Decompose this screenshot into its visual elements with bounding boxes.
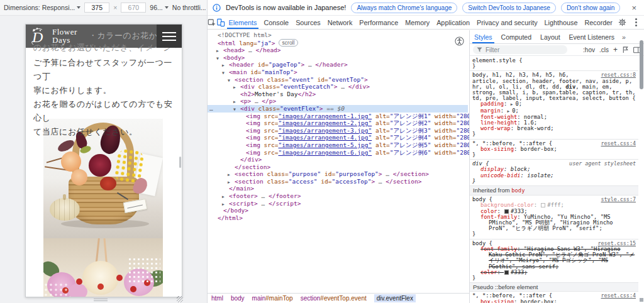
node-link[interactable]: body (511, 187, 525, 194)
breadcrumb-item[interactable]: body (231, 295, 245, 302)
tree-row[interactable]: ▼<body> (208, 54, 468, 62)
stylesheet-link[interactable]: user agent stylesheet (569, 161, 636, 167)
throttling-dropdown[interactable]: No throttli... (172, 4, 212, 11)
styles-scrollbar[interactable] (640, 40, 643, 89)
tree-row[interactable]: ▼<main id="mainTop"> (208, 69, 468, 76)
breadcrumb-item[interactable]: div.eventFlex (374, 294, 416, 302)
styles-filter-input[interactable]: Filter (473, 45, 567, 54)
hamburger-menu-icon[interactable] (157, 25, 182, 48)
tab-console[interactable]: Console (260, 16, 292, 29)
tab-memory[interactable]: Memory (402, 16, 433, 29)
tab-lighthouse[interactable]: Lighthouse (541, 16, 581, 29)
tree-row[interactable]: </main> (208, 185, 468, 192)
tree-row[interactable]: ▶<section class="access" id="accessTop">… (208, 178, 468, 185)
tab-elements[interactable]: Elements (225, 16, 260, 29)
styles-tab-event-listeners[interactable]: Event Listeners (565, 30, 619, 43)
tree-row[interactable]: <img src="images/arrangement-6.jpg" alt=… (208, 149, 468, 157)
css-property[interactable]: box-sizing: border-box; (472, 146, 636, 152)
css-property[interactable]: color: #333; (472, 270, 636, 275)
tree-row[interactable]: ▼<section class="event" id="eventTop"> (208, 76, 468, 84)
toggle-element-state-button[interactable]: :hov (583, 47, 595, 53)
scroll-badge[interactable]: scroll (279, 39, 299, 47)
kebab-menu-icon[interactable] (630, 21, 642, 23)
viewport-width-input[interactable] (84, 3, 109, 13)
color-swatch (541, 203, 545, 207)
zoom-dropdown[interactable]: 96... (150, 4, 168, 11)
device-viewport[interactable]: ・カラーのお花からメイ のお花をお選びいただき、イメージ・ D Flower D… (25, 24, 182, 297)
css-property[interactable]: unicode-bidi: isolate; (472, 173, 636, 179)
css-rule[interactable]: user agent stylesheetdiv {display: block… (470, 160, 638, 186)
filter-icon (477, 47, 482, 53)
css-property[interactable]: word-wrap: break-word; (472, 126, 636, 131)
tree-row[interactable]: ▶<script> … </script> (208, 200, 468, 207)
styles-tab-layout[interactable]: Layout (536, 30, 565, 43)
accessibility-tree-icon[interactable] (455, 36, 464, 46)
new-style-rule-button[interactable]: + (613, 47, 618, 53)
infobar-message: DevTools is now available in Japanese! (226, 4, 346, 11)
css-property[interactable]: font-family: "Hiragino Sans W3", "Hiragi… (472, 246, 636, 270)
css-rule[interactable]: reset.css:4*, *::before, *::after {box-s… (470, 292, 638, 303)
tree-row[interactable]: <img src="images/arrangement-4.jpg" alt=… (208, 134, 468, 141)
zoom-value: 96... (150, 4, 162, 11)
tree-row[interactable]: ▶<section class="purpose" id="purposeTop… (208, 170, 468, 178)
styles-tab-computed[interactable]: Computed (497, 30, 536, 43)
tree-row[interactable]: <html lang="ja">scroll (208, 39, 468, 47)
tree-row[interactable]: <img src="images/arrangement-1.jpg" alt=… (208, 113, 468, 120)
site-logo[interactable]: D Flower Days (30, 26, 77, 45)
css-property[interactable]: font-family: YuMincho, "Yu Mincho", "MS … (472, 214, 636, 232)
css-rule[interactable]: reset.css:4*, *::before, *::after {box-s… (470, 140, 638, 160)
tree-row[interactable]: </html> (208, 214, 468, 222)
infobar-button[interactable]: Don't show again (561, 3, 620, 13)
css-rule[interactable]: element.style {} (470, 57, 638, 71)
inspect-element-icon[interactable] (208, 16, 216, 29)
viewport-height-input[interactable] (121, 3, 146, 13)
tab-sources[interactable]: Sources (292, 16, 325, 29)
styles-section-header: Inherited from body (470, 186, 638, 196)
tree-row[interactable]: ▶<head> … </head> (208, 47, 468, 54)
css-property[interactable]: box-sizing: border-box; (472, 299, 636, 303)
tab-privacy-and-security[interactable]: Privacy and security (474, 16, 541, 29)
tab-performance[interactable]: Performance (356, 16, 402, 29)
gear-icon[interactable] (616, 18, 628, 26)
more-tabs-icon[interactable]: » (619, 30, 629, 43)
stylesheet-link[interactable]: reset.css:4 (601, 293, 636, 299)
tree-row[interactable]: <!DOCTYPE html> (208, 31, 468, 39)
tree-row[interactable]: </body> (208, 207, 468, 214)
device-toolbar-toggle-icon[interactable] (216, 16, 225, 29)
stylesheet-link[interactable]: style.css:7 (601, 197, 636, 202)
tree-row[interactable]: ▶<header id="pageTop"> … </header> (208, 61, 468, 69)
tab-network[interactable]: Network (324, 16, 356, 29)
tree-row[interactable]: <img src="images/arrangement-3.jpg" alt=… (208, 127, 468, 135)
tab-application[interactable]: Application (433, 16, 474, 29)
stylesheet-link[interactable]: reset.css:4 (601, 141, 636, 146)
css-property[interactable]: background-color: #fff; (472, 202, 636, 208)
css-rule[interactable]: reset.css:15body {font-family: "Hiragino… (470, 240, 638, 283)
tree-row-selected[interactable]: …▼<div class="eventFlex"> == $0 (208, 105, 468, 113)
infobar-button[interactable]: Always match Chrome's language (351, 3, 457, 13)
tree-row[interactable]: <h2>Mother's Day</h2> (208, 91, 468, 98)
tree-row[interactable]: <img src="images/arrangement-5.jpg" alt=… (208, 141, 468, 149)
elements-panel: <!DOCTYPE html><html lang="ja">scroll▶<h… (208, 30, 469, 303)
tree-row[interactable]: ▶<p> … </p> (208, 97, 468, 105)
infobar-close-icon[interactable]: × (629, 3, 639, 13)
breadcrumb-item[interactable]: section#eventTop.event (301, 295, 367, 302)
styles-tab-styles[interactable]: Styles (470, 30, 497, 43)
viewport-resize-handle[interactable] (177, 296, 183, 302)
tree-row[interactable]: <img src="images/arrangement-2.jpg" alt=… (208, 119, 468, 127)
tab-recorder[interactable]: Recorder (581, 16, 616, 29)
dimensions-dropdown[interactable]: Dimensions: Responsi... (4, 4, 80, 11)
infobar-button[interactable]: Switch DevTools to Japanese (462, 3, 556, 13)
devtools-panes: <!DOCTYPE html><html lang="ja">scroll▶<h… (208, 30, 644, 303)
css-rule[interactable]: reset.css:8body, h1, h2, h3, h4, h5, h6,… (470, 71, 638, 139)
tree-row[interactable]: </div> (208, 156, 468, 163)
rendering-emulations-icon[interactable] (622, 47, 629, 53)
viewport-drag-handle[interactable] (94, 299, 108, 302)
tree-row[interactable]: ▶<div class="eventEyecatch"> … </div> (208, 83, 468, 91)
breadcrumb-item[interactable]: html (211, 295, 223, 302)
element-classes-button[interactable]: .cls (599, 47, 609, 53)
device-scrollbar[interactable] (179, 157, 181, 168)
tree-row[interactable]: ▶<footer> … </footer> (208, 192, 468, 200)
css-rule[interactable]: style.css:7body {background-color: #fff;… (470, 196, 638, 239)
tree-row[interactable]: </section> (208, 163, 468, 171)
breadcrumb-item[interactable]: main#mainTop (252, 295, 293, 302)
